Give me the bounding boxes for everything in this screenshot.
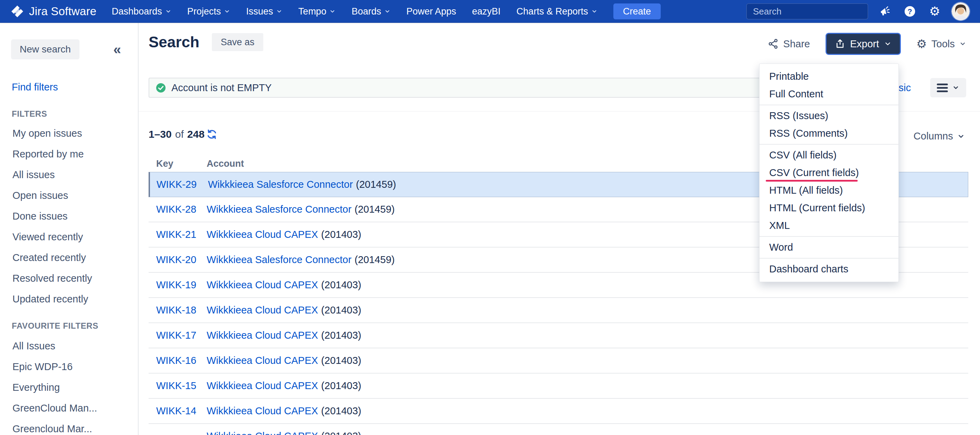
sidebar-filter-open-issues[interactable]: Open issues xyxy=(0,185,138,206)
issue-key-link[interactable]: WIKK-28 xyxy=(156,204,196,215)
announcements-button[interactable] xyxy=(877,3,893,19)
nav-item-dashboards[interactable]: Dashboards xyxy=(111,6,172,17)
sidebar-favourite-epic-wdp-16[interactable]: Epic WDP-16 xyxy=(0,356,138,377)
table-row[interactable]: WIKK-14Wikkkieea Cloud CAPEX(201403) xyxy=(149,399,968,424)
sidebar-favourite-everything[interactable]: Everything xyxy=(0,377,138,398)
account-link[interactable]: Wikkkieea Cloud CAPEX xyxy=(207,405,318,416)
columns-button[interactable]: Columns xyxy=(914,130,965,142)
account-link[interactable]: Wikkkieea Cloud CAPEX xyxy=(207,279,318,291)
create-button[interactable]: Create xyxy=(613,3,661,19)
export-menu-group: RSS (Issues)RSS (Comments) xyxy=(759,105,899,144)
account-cell: Wikkkieea Cloud CAPEX(201403) xyxy=(207,430,361,435)
user-avatar[interactable] xyxy=(952,2,970,21)
sidebar-favourite-all-issues[interactable]: All Issues xyxy=(0,336,138,356)
export-icon xyxy=(835,39,845,49)
new-search-button[interactable]: New search xyxy=(11,40,80,59)
account-id-suffix: (201403) xyxy=(321,305,361,316)
nav-item-eazybi[interactable]: eazyBI xyxy=(472,6,501,17)
sidebar-filter-reported-by-me[interactable]: Reported by me xyxy=(0,144,138,164)
account-link[interactable]: Wikkkieea Cloud CAPEX xyxy=(207,430,318,435)
column-header-key[interactable]: Key xyxy=(149,159,207,169)
nav-item-boards[interactable]: Boards xyxy=(352,6,390,17)
issue-key-link[interactable]: WIKK-16 xyxy=(156,355,196,366)
column-header-account[interactable]: Account xyxy=(207,159,244,169)
issue-key-link[interactable]: WIKK-29 xyxy=(156,179,197,190)
sidebar-filter-viewed-recently[interactable]: Viewed recently xyxy=(0,227,138,247)
sidebar-favourite-greencloud-mar[interactable]: Greencloud Mar... xyxy=(0,418,138,435)
jira-brand[interactable]: Jira Software xyxy=(10,5,96,18)
favourite-filters-list: All IssuesEpic WDP-16EverythingGreenClou… xyxy=(0,336,138,435)
account-link[interactable]: Wikkkieea Cloud CAPEX xyxy=(207,229,318,240)
account-link[interactable]: Wikkkieea Cloud CAPEX xyxy=(207,380,318,391)
export-menu-item-csv-current-fields[interactable]: CSV (Current fields) xyxy=(759,164,899,182)
export-menu-item-rss-issues[interactable]: RSS (Issues) xyxy=(759,107,899,125)
nav-item-issues[interactable]: Issues xyxy=(246,6,282,17)
issue-key-link[interactable]: WIKK-21 xyxy=(156,229,196,240)
list-view-icon xyxy=(937,84,948,92)
share-button[interactable]: Share xyxy=(768,38,810,50)
save-as-button[interactable]: Save as xyxy=(212,33,264,51)
account-link[interactable]: Wikkkieea Cloud CAPEX xyxy=(207,305,318,316)
export-menu-item-html-all-fields[interactable]: HTML (All fields) xyxy=(759,182,899,199)
nav-item-power-apps[interactable]: Power Apps xyxy=(406,6,456,17)
export-menu-item-csv-all-fields[interactable]: CSV (All fields) xyxy=(759,146,899,164)
account-cell: Wikkkieea Salesforce Connector(201459) xyxy=(208,179,396,190)
issue-key-link[interactable]: WIKK-19 xyxy=(156,279,196,291)
sidebar-filter-all-issues[interactable]: All issues xyxy=(0,164,138,185)
collapse-sidebar-icon[interactable]: « xyxy=(113,40,121,59)
account-link[interactable]: Wikkkieea Cloud CAPEX xyxy=(207,355,318,366)
account-link[interactable]: Wikkkieea Cloud CAPEX xyxy=(207,330,318,341)
tools-label: Tools xyxy=(931,38,955,50)
jira-logo-icon xyxy=(10,5,24,18)
export-menu-item-word[interactable]: Word xyxy=(759,238,899,256)
refresh-button[interactable] xyxy=(206,129,218,140)
account-link[interactable]: Wikkkieea Salesforce Connector xyxy=(207,254,352,265)
tools-button[interactable]: ⚙ Tools xyxy=(916,38,966,50)
brand-title: Jira Software xyxy=(29,5,96,18)
account-id-suffix: (201459) xyxy=(355,254,395,265)
export-menu-group: CSV (All fields)CSV (Current fields)HTML… xyxy=(759,144,899,236)
export-menu-item-printable[interactable]: Printable xyxy=(759,68,899,85)
nav-item-charts-reports[interactable]: Charts & Reports xyxy=(517,6,597,17)
issue-key-cell: WIKK-21 xyxy=(149,229,207,240)
export-button[interactable]: Export xyxy=(827,34,900,54)
issue-key-link[interactable]: WIKK-20 xyxy=(156,254,196,265)
table-row[interactable]: WIKK-18Wikkkieea Cloud CAPEX(201403) xyxy=(149,298,968,323)
global-search-box[interactable] xyxy=(746,3,868,19)
export-menu-item-html-current-fields[interactable]: HTML (Current fields) xyxy=(759,199,899,217)
account-link[interactable]: Wikkkieea Salesforce Connector xyxy=(208,179,353,190)
account-link[interactable]: Wikkkieea Salesforce Connector xyxy=(207,204,352,215)
export-menu-group: Dashboard charts xyxy=(759,258,899,279)
svg-text:?: ? xyxy=(907,7,912,16)
sidebar-filter-my-open-issues[interactable]: My open issues xyxy=(0,123,138,144)
find-filters-link[interactable]: Find filters xyxy=(12,81,58,93)
account-cell: Wikkkieea Cloud CAPEX(201403) xyxy=(207,330,361,341)
table-row[interactable]: Wikkkieea Cloud CAPEX(201403) xyxy=(149,424,968,435)
question-circle-icon: ? xyxy=(903,5,916,18)
nav-item-projects[interactable]: Projects xyxy=(187,6,231,17)
issue-key-link[interactable]: WIKK-18 xyxy=(156,305,196,316)
table-row[interactable]: WIKK-17Wikkkieea Cloud CAPEX(201403) xyxy=(149,323,968,348)
export-menu-item-dashboard-charts[interactable]: Dashboard charts xyxy=(759,260,899,278)
sidebar-filter-resolved-recently[interactable]: Resolved recently xyxy=(0,268,138,289)
issue-key-cell: WIKK-28 xyxy=(149,204,207,215)
sidebar-filter-updated-recently[interactable]: Updated recently xyxy=(0,289,138,310)
issue-key-link[interactable]: WIKK-15 xyxy=(156,380,196,391)
sidebar-favourite-greencloud-man[interactable]: GreenCloud Man... xyxy=(0,398,138,418)
help-button[interactable]: ? xyxy=(902,3,918,19)
sidebar-filter-done-issues[interactable]: Done issues xyxy=(0,206,138,227)
chevron-down-icon xyxy=(952,84,959,91)
table-row[interactable]: WIKK-15Wikkkieea Cloud CAPEX(201403) xyxy=(149,373,968,399)
global-search-input[interactable] xyxy=(753,6,869,17)
export-menu-item-rss-comments[interactable]: RSS (Comments) xyxy=(759,125,899,142)
issue-key-link[interactable]: WIKK-14 xyxy=(156,405,196,416)
sidebar-filter-created-recently[interactable]: Created recently xyxy=(0,247,138,268)
nav-item-label: eazyBI xyxy=(472,6,501,17)
export-menu-item-xml[interactable]: XML xyxy=(759,217,899,234)
nav-item-tempo[interactable]: Tempo xyxy=(298,6,336,17)
export-menu-item-full-content[interactable]: Full Content xyxy=(759,85,899,103)
issue-key-link[interactable]: WIKK-17 xyxy=(156,330,196,341)
settings-button[interactable]: ⚙ xyxy=(927,3,943,19)
view-switcher-button[interactable] xyxy=(930,78,966,97)
table-row[interactable]: WIKK-16Wikkkieea Cloud CAPEX(201403) xyxy=(149,348,968,373)
